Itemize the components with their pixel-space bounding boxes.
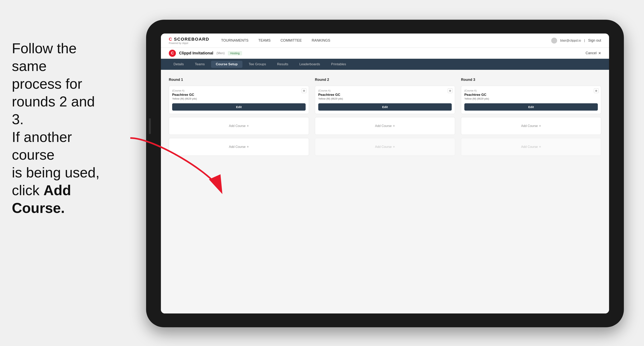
round-2-delete-button[interactable]: ⊗ [448,88,452,93]
round-1-column: Round 1 ⊗ (Course A) Peachtree GC Yellow… [169,78,309,156]
tournament-name: Clippd Invitational [179,51,213,55]
clippd-logo: C [169,50,176,57]
nav-committee[interactable]: COMMITTEE [280,38,302,43]
sign-out-link[interactable]: Sign out [588,38,601,43]
round-2-course-details: Yellow (M) (6629 yds) [318,97,452,100]
round-3-course-card: ⊗ (Course A) Peachtree GC Yellow (M) (66… [461,86,601,114]
tab-details[interactable]: Details [169,61,188,68]
logo-scoreboard: C SCOREBOARD [169,37,209,42]
cancel-icon: ✕ [598,51,601,55]
logo-c-icon: C [169,37,172,42]
main-content: Round 1 ⊗ (Course A) Peachtree GC Yellow… [161,70,609,314]
tournament-gender: (Men) [216,51,225,55]
round-3-title: Round 3 [461,78,601,82]
round-1-course-name: Peachtree GC [172,93,306,97]
tab-bar: Details Teams Course Setup Tee Groups Re… [161,59,609,70]
nav-right: blair@clippd.io | Sign out [551,38,601,44]
plus-icon-4: + [393,145,395,149]
round-3-course-label: (Course A) [464,89,598,92]
tab-teams[interactable]: Teams [190,61,210,68]
round-3-course-details: Yellow (M) (6629 yds) [464,97,598,100]
round-1-course-card: ⊗ (Course A) Peachtree GC Yellow (M) (66… [169,86,309,114]
nav-rankings[interactable]: RANKINGS [312,38,330,43]
tab-tee-groups[interactable]: Tee Groups [244,61,271,68]
round-3-add-course-1[interactable]: Add Course + [461,117,601,135]
round-2-title: Round 2 [315,78,455,82]
instruction-panel: Follow the same process for rounds 2 and… [0,31,122,225]
hosting-badge: Hosting [228,51,242,55]
round-2-course-card: ⊗ (Course A) Peachtree GC Yellow (M) (66… [315,86,455,114]
round-1-delete-button[interactable]: ⊗ [302,88,306,93]
sub-header: C Clippd Invitational (Men) Hosting Canc… [161,48,609,59]
tablet-screen: C SCOREBOARD Powered by clippd TOURNAMEN… [161,33,609,314]
top-nav: C SCOREBOARD Powered by clippd TOURNAMEN… [161,33,609,48]
logo-area: C SCOREBOARD Powered by clippd [169,37,209,44]
round-2-add-course-1[interactable]: Add Course + [315,117,455,135]
round-3-delete-button[interactable]: ⊗ [594,88,598,93]
sub-header-left: C Clippd Invitational (Men) Hosting [169,50,242,57]
avatar [551,38,557,44]
round-1-add-course-2[interactable]: Add Course + [169,138,309,156]
round-1-edit-button[interactable]: Edit [172,103,306,111]
tablet-frame: C SCOREBOARD Powered by clippd TOURNAMEN… [146,20,624,327]
plus-icon-3: + [393,124,395,128]
plus-icon-2: + [247,145,249,149]
round-2-course-name: Peachtree GC [318,93,452,97]
tab-leaderboards[interactable]: Leaderboards [294,61,325,68]
plus-icon-1: + [247,124,249,128]
nav-teams[interactable]: TEAMS [258,38,271,43]
round-1-title: Round 1 [169,78,309,82]
round-2-edit-button[interactable]: Edit [318,103,452,111]
round-3-add-course-2: Add Course + [461,138,601,156]
round-1-course-label: (Course A) [172,89,306,92]
round-1-add-course-1[interactable]: Add Course + [169,117,309,135]
instruction-bold: Add Course. [12,182,71,216]
user-email: blair@clippd.io [560,39,581,42]
round-3-edit-button[interactable]: Edit [464,103,598,111]
round-2-column: Round 2 ⊗ (Course A) Peachtree GC Yellow… [315,78,455,156]
nav-tournaments[interactable]: TOURNAMENTS [221,38,248,43]
cancel-button[interactable]: Cancel ✕ [586,51,601,55]
round-2-add-course-2: Add Course + [315,138,455,156]
nav-divider: | [584,39,585,42]
round-2-course-label: (Course A) [318,89,452,92]
round-1-course-details: Yellow (M) (6629 yds) [172,97,306,100]
plus-icon-6: + [539,145,541,149]
instruction-text: Follow the same process for rounds 2 and… [12,40,100,216]
logo-sub: Powered by clippd [169,42,209,44]
round-3-course-name: Peachtree GC [464,93,598,97]
rounds-grid: Round 1 ⊗ (Course A) Peachtree GC Yellow… [169,78,601,156]
nav-links: TOURNAMENTS TEAMS COMMITTEE RANKINGS [221,38,551,43]
tab-results[interactable]: Results [272,61,293,68]
tab-course-setup[interactable]: Course Setup [211,61,242,68]
plus-icon-5: + [539,124,541,128]
tab-printables[interactable]: Printables [326,61,351,68]
round-3-column: Round 3 ⊗ (Course A) Peachtree GC Yellow… [461,78,601,156]
